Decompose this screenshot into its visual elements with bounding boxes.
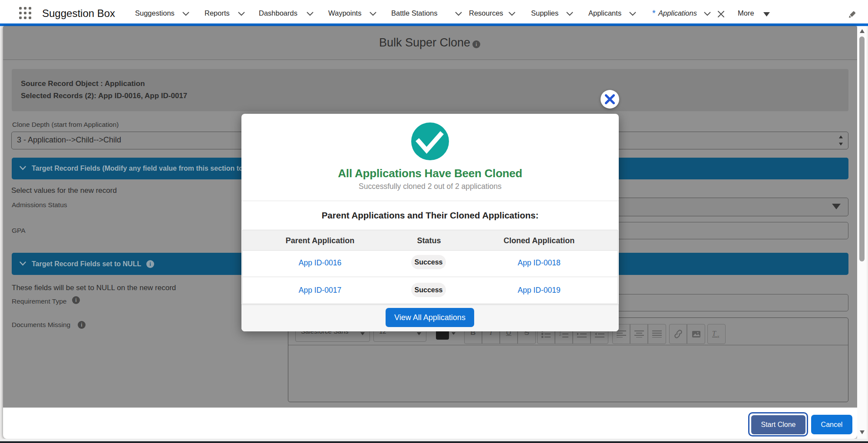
svg-text:x: x (717, 334, 719, 339)
svg-text:2: 2 (559, 333, 561, 336)
svg-text:T: T (712, 330, 716, 337)
